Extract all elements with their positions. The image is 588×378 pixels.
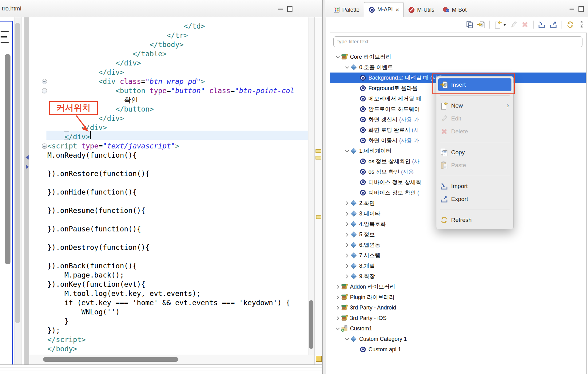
tree-row[interactable]: Custom api 1 <box>330 344 586 355</box>
left-edge-text-line <box>1 31 9 32</box>
diamond-icon <box>350 210 357 217</box>
diamond-icon <box>350 262 357 269</box>
edit-button[interactable] <box>510 21 518 29</box>
outline-scrollbar-thumb[interactable] <box>15 23 20 323</box>
api-icon <box>360 346 366 353</box>
api-icon <box>360 74 366 81</box>
tree-chevron-icon[interactable] <box>334 304 341 311</box>
menu-item-label: New <box>451 102 463 109</box>
menu-item-label: Refresh <box>451 217 472 223</box>
diamond-icon <box>350 148 357 154</box>
diamond-icon <box>350 273 357 280</box>
tree-chevron-icon[interactable] <box>344 221 350 227</box>
context-menu: InsertNew›EditDeleteCopyPasteImportExpor… <box>436 76 514 229</box>
api-icon <box>360 179 366 186</box>
export-button[interactable] <box>549 21 557 29</box>
diamond-icon <box>350 273 357 280</box>
close-tab-icon[interactable]: × <box>395 6 399 13</box>
tree-chevron-icon[interactable] <box>344 252 350 259</box>
menu-item-label: Copy <box>451 149 465 156</box>
menu-item-edit[interactable]: Edit <box>436 112 513 125</box>
tree-chevron-icon[interactable] <box>344 231 350 238</box>
tab-m-bot[interactable]: M-Bot <box>439 3 471 17</box>
tab-palette[interactable]: Palette <box>329 3 364 17</box>
new-button[interactable] <box>494 21 506 29</box>
tree-row[interactable]: 8.개발 <box>330 261 586 271</box>
delete-icon <box>521 21 529 29</box>
tree-chevron-icon[interactable] <box>344 273 350 280</box>
code-editor[interactable]: </td> </tr> </tbody> </table> </div> </d… <box>29 17 308 355</box>
menu-item-copy[interactable]: Copy <box>436 146 513 159</box>
tree-chevron-icon[interactable] <box>344 148 350 154</box>
minimize-icon[interactable] <box>278 9 283 10</box>
api-icon <box>360 189 366 196</box>
tree-chevron-icon[interactable] <box>344 200 350 207</box>
tree-row-label: Custom Category 1 <box>359 336 407 342</box>
tree-chevron-icon[interactable] <box>334 315 341 321</box>
fold-collapse-icon[interactable] <box>42 144 47 149</box>
tree-row[interactable]: 5.정보 <box>330 229 586 240</box>
tree-chevron-icon[interactable] <box>334 283 341 290</box>
minimize-icon[interactable] <box>570 9 574 10</box>
toolbar-separator <box>489 21 490 29</box>
editor-hscrollbar-thumb[interactable] <box>43 357 178 362</box>
tree-chevron-icon[interactable] <box>344 336 350 342</box>
link-with-editor-button[interactable] <box>477 21 485 29</box>
tree-row[interactable]: 6.앱연동 <box>330 240 586 250</box>
tree-row[interactable]: Custom1 <box>330 323 586 334</box>
editor-vscrollbar-thumb[interactable] <box>309 300 313 349</box>
annotation-highlight-insert <box>432 73 515 94</box>
tab-m-utils[interactable]: M-Utils <box>404 3 439 17</box>
tree-chevron-icon[interactable] <box>344 64 350 71</box>
tree-row[interactable]: Plugin 라이브러리 <box>330 292 586 302</box>
api-icon <box>360 127 366 133</box>
tree-row[interactable]: Addon 라이브러리 <box>330 282 586 292</box>
import-button[interactable] <box>538 21 546 29</box>
collapse-icon <box>466 21 474 29</box>
tree-row[interactable]: Custom Category 1 <box>330 334 586 344</box>
tab-m-api[interactable]: M-API × <box>364 2 404 17</box>
menu-item-refresh[interactable]: Refresh <box>436 214 513 226</box>
diamond-icon <box>350 242 357 248</box>
left-edge-scrollbar-thumb[interactable] <box>5 54 10 264</box>
menu-item-import[interactable]: Import <box>436 180 513 193</box>
filter-input[interactable] <box>333 36 582 47</box>
delete-button[interactable] <box>521 21 529 29</box>
tree-chevron-icon[interactable] <box>344 210 350 217</box>
tree-row[interactable]: 7.시스템 <box>330 250 586 261</box>
fold-collapse-icon[interactable] <box>42 88 47 93</box>
tree-row[interactable]: Core 라이브러리 <box>330 52 586 62</box>
menu-item-paste[interactable]: Paste <box>436 159 513 172</box>
collapsed-sash-line[interactable] <box>0 368 322 368</box>
refresh-icon <box>566 21 574 29</box>
tree-chevron-icon[interactable] <box>344 262 350 269</box>
tree-chevron-icon[interactable] <box>334 294 341 301</box>
tree-row[interactable]: 9.확장 <box>330 271 586 282</box>
tree-row-label: 2.화면 <box>359 199 375 207</box>
collapsed-sash-line[interactable] <box>0 371 322 371</box>
tree-row-label: 화면 갱신시 (사용 가 <box>368 116 419 123</box>
tree-chevron-icon[interactable] <box>334 53 341 60</box>
editor-tab-intro-html[interactable]: tro.html <box>0 0 21 17</box>
code-line: }).onHide(function(){ <box>47 187 137 197</box>
diamond-icon <box>350 231 357 238</box>
tree-chevron-icon[interactable] <box>344 242 350 248</box>
dropdown-caret-icon[interactable] <box>503 24 506 26</box>
menu-item-export[interactable]: Export <box>436 193 513 206</box>
tree-row[interactable]: 0.호출 이벤트 <box>330 62 586 73</box>
tree-row[interactable]: 3rd Party - iOS <box>330 313 586 323</box>
menu-item-delete[interactable]: Delete <box>436 125 513 138</box>
fold-collapse-icon[interactable] <box>42 79 47 84</box>
maximize-icon[interactable] <box>287 6 292 12</box>
api-icon <box>360 95 366 102</box>
view-menu-button[interactable] <box>578 21 586 29</box>
maximize-icon[interactable] <box>578 6 584 12</box>
collapse-all-button[interactable] <box>466 21 474 29</box>
refresh-button[interactable] <box>566 21 574 29</box>
m-utils-icon <box>408 6 415 13</box>
panel-sash[interactable] <box>322 0 326 374</box>
menu-item-new[interactable]: New› <box>436 99 513 112</box>
tree-row[interactable]: 3rd Party - Android <box>330 302 586 313</box>
text-cursor <box>90 131 91 139</box>
tree-chevron-icon[interactable] <box>334 325 341 332</box>
